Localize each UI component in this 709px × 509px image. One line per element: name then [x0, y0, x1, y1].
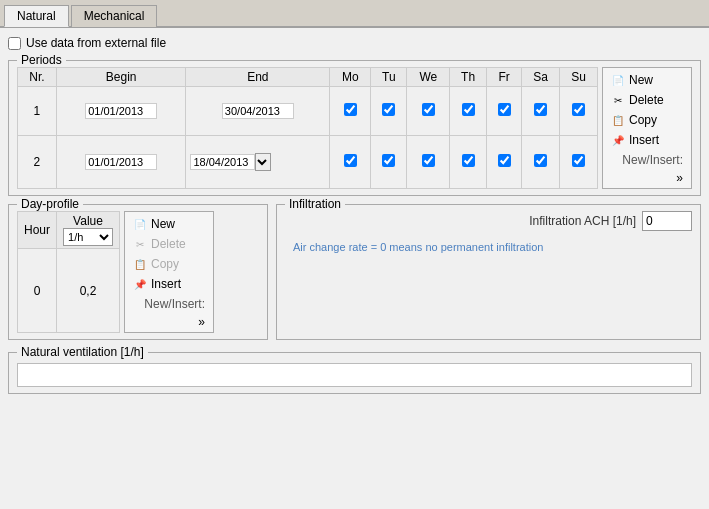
dp-row1-value: 0,2 [57, 249, 120, 333]
row1-th [450, 87, 487, 136]
row1-su-check[interactable] [572, 103, 585, 116]
row2-end: ▼ [186, 135, 330, 188]
infiltration-note: Air change rate = 0 means no permanent i… [285, 237, 692, 257]
table-row: 1 [18, 87, 598, 136]
col-tu: Tu [371, 68, 407, 87]
main-content: Use data from external file Periods Nr. … [0, 28, 709, 509]
periods-copy-item[interactable]: 📋 Copy [603, 110, 691, 130]
dp-copy-item[interactable]: 📋 Copy [125, 254, 213, 274]
infiltration-ach-row: Infiltration ACH [1/h] [285, 211, 692, 231]
periods-table: Nr. Begin End Mo Tu We Th Fr Sa Su 1 [17, 67, 598, 189]
periods-new-insert-arrows[interactable]: » [603, 170, 691, 186]
row2-fr [487, 135, 522, 188]
day-profile-group: Day-profile Hour Value 1/h m³/h [8, 204, 268, 340]
dp-delete-item[interactable]: ✂ Delete [125, 234, 213, 254]
row2-su [560, 135, 598, 188]
row2-we-check[interactable] [422, 154, 435, 167]
dp-new-item[interactable]: 📄 New [125, 214, 213, 234]
periods-insert-item[interactable]: 📌 Insert [603, 130, 691, 150]
tab-mechanical[interactable]: Mechanical [71, 5, 158, 27]
external-file-label: Use data from external file [26, 36, 166, 50]
row1-end [186, 87, 330, 136]
row1-we [407, 87, 450, 136]
row2-th-check[interactable] [462, 154, 475, 167]
row1-begin [56, 87, 186, 136]
col-we: We [407, 68, 450, 87]
periods-table-wrapper: Nr. Begin End Mo Tu We Th Fr Sa Su 1 [17, 67, 692, 189]
row2-begin-input[interactable] [85, 154, 157, 170]
col-sa: Sa [522, 68, 560, 87]
tabs-bar: Natural Mechanical [0, 0, 709, 28]
dp-unit-select[interactable]: 1/h m³/h [63, 228, 113, 246]
row1-sa-check[interactable] [534, 103, 547, 116]
table-row: 2 ▼ [18, 135, 598, 188]
copy-icon: 📋 [611, 113, 625, 127]
paste-icon: 📌 [611, 133, 625, 147]
dp-new-insert-label: New/Insert: [125, 294, 213, 314]
row2-fr-check[interactable] [498, 154, 511, 167]
periods-legend: Periods [17, 53, 66, 67]
dp-new-insert-arrows[interactable]: » [125, 314, 213, 330]
row1-tu [371, 87, 407, 136]
infiltration-group: Infiltration Infiltration ACH [1/h] Air … [276, 204, 701, 340]
day-profile-context-menu: 📄 New ✂ Delete 📋 Copy 📌 Insert [124, 211, 214, 333]
external-file-row: Use data from external file [8, 36, 701, 50]
row1-begin-input[interactable] [85, 103, 157, 119]
col-end: End [186, 68, 330, 87]
row2-mo [330, 135, 371, 188]
row2-nr: 2 [18, 135, 57, 188]
infiltration-ach-input[interactable] [642, 211, 692, 231]
row2-sa-check[interactable] [534, 154, 547, 167]
external-file-checkbox[interactable] [8, 37, 21, 50]
row1-th-check[interactable] [462, 103, 475, 116]
periods-new-insert-label: New/Insert: [603, 150, 691, 170]
row2-end-dropdown[interactable]: ▼ [255, 153, 271, 171]
col-fr: Fr [487, 68, 522, 87]
row2-su-check[interactable] [572, 154, 585, 167]
periods-context-menu: 📄 New ✂ Delete 📋 Copy 📌 Insert New/Inser… [602, 67, 692, 189]
row1-mo [330, 87, 371, 136]
infiltration-ach-label: Infiltration ACH [1/h] [529, 214, 636, 228]
row2-end-input[interactable] [190, 154, 255, 170]
row2-tu-check[interactable] [382, 154, 395, 167]
dp-insert-item[interactable]: 📌 Insert [125, 274, 213, 294]
dp-row1-hour: 0 [18, 249, 57, 333]
dp-scissors-icon: ✂ [133, 237, 147, 251]
natural-ventilation-bar [17, 363, 692, 387]
natural-ventilation-legend: Natural ventilation [1/h] [17, 345, 148, 359]
bottom-section: Day-profile Hour Value 1/h m³/h [8, 204, 701, 348]
row2-mo-check[interactable] [344, 154, 357, 167]
natural-ventilation-group: Natural ventilation [1/h] [8, 352, 701, 394]
day-profile-legend: Day-profile [17, 197, 83, 211]
day-profile-table-wrapper: Hour Value 1/h m³/h 0 [17, 211, 259, 333]
col-nr: Nr. [18, 68, 57, 87]
row1-fr [487, 87, 522, 136]
periods-group: Periods Nr. Begin End Mo Tu We Th Fr Sa … [8, 60, 701, 196]
row1-end-input[interactable] [222, 103, 294, 119]
row1-mo-check[interactable] [344, 103, 357, 116]
dp-paste-icon: 📌 [133, 277, 147, 291]
row2-end-cell: ▼ [190, 153, 325, 171]
row2-sa [522, 135, 560, 188]
dp-copy-icon: 📋 [133, 257, 147, 271]
scissors-icon: ✂ [611, 93, 625, 107]
row1-nr: 1 [18, 87, 57, 136]
dp-col-value: Value 1/h m³/h [57, 212, 120, 249]
periods-delete-item[interactable]: ✂ Delete [603, 90, 691, 110]
tab-natural[interactable]: Natural [4, 5, 69, 27]
col-begin: Begin [56, 68, 186, 87]
row1-we-check[interactable] [422, 103, 435, 116]
col-su: Su [560, 68, 598, 87]
row2-begin [56, 135, 186, 188]
row1-su [560, 87, 598, 136]
new-page-icon: 📄 [611, 73, 625, 87]
periods-new-item[interactable]: 📄 New [603, 70, 691, 90]
row2-we [407, 135, 450, 188]
dp-new-page-icon: 📄 [133, 217, 147, 231]
row1-tu-check[interactable] [382, 103, 395, 116]
dp-col-hour: Hour [18, 212, 57, 249]
row1-sa [522, 87, 560, 136]
col-mo: Mo [330, 68, 371, 87]
row1-fr-check[interactable] [498, 103, 511, 116]
row2-th [450, 135, 487, 188]
